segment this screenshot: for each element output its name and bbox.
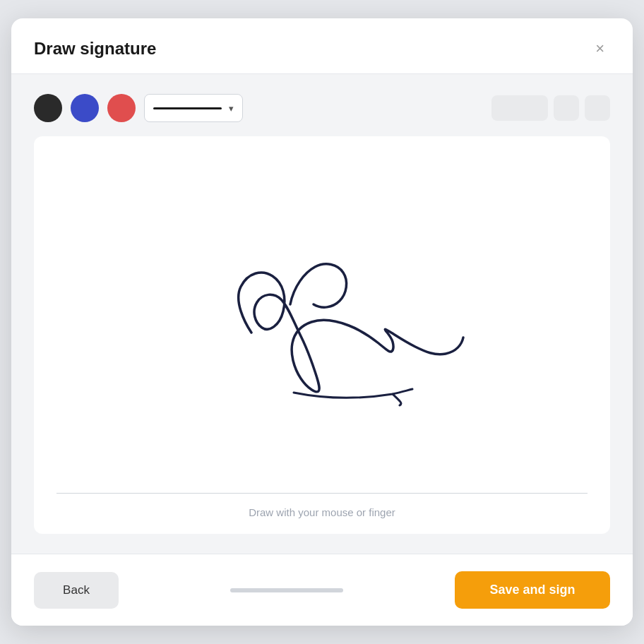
draw-signature-modal: Draw signature × ▾ <box>11 18 633 626</box>
close-button[interactable]: × <box>590 38 610 59</box>
canvas-hint-text: Draw with your mouse or finger <box>34 494 610 534</box>
color-swatch-blue[interactable] <box>71 94 99 122</box>
progress-bar <box>230 588 343 592</box>
back-button[interactable]: Back <box>34 572 119 609</box>
modal-title: Draw signature <box>34 39 156 59</box>
save-and-sign-button[interactable]: Save and sign <box>455 571 610 609</box>
signature-svg <box>153 223 491 407</box>
chevron-down-icon: ▾ <box>229 103 234 114</box>
modal-header: Draw signature × <box>11 18 633 73</box>
stroke-line-preview <box>153 107 222 109</box>
clear-button[interactable] <box>585 95 610 121</box>
toolbar: ▾ <box>34 94 610 122</box>
signature-drawing <box>34 136 610 493</box>
redo-button[interactable] <box>554 95 579 121</box>
action-buttons <box>491 95 610 121</box>
modal-body: ▾ <box>11 74 633 554</box>
color-swatch-black[interactable] <box>34 94 62 122</box>
modal-footer: Back Save and sign <box>11 554 633 626</box>
undo-button[interactable] <box>491 95 548 121</box>
color-swatch-red[interactable] <box>107 94 136 122</box>
stroke-width-select[interactable]: ▾ <box>144 94 243 122</box>
signature-canvas-area[interactable]: Draw with your mouse or finger <box>34 136 610 534</box>
